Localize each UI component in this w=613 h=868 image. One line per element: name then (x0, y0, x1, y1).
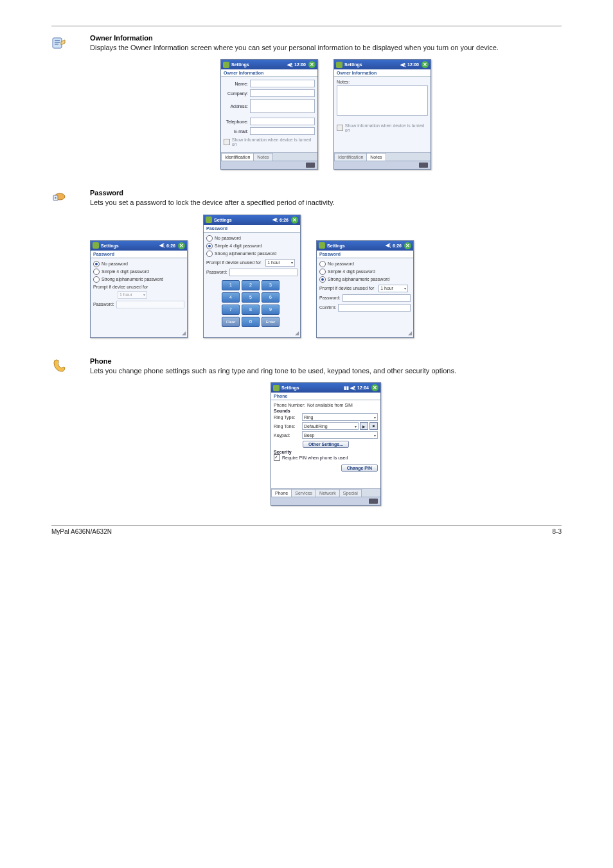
start-icon (93, 242, 99, 249)
radio-simple[interactable] (319, 269, 326, 275)
subtitle: Password (204, 225, 300, 233)
email-field[interactable] (250, 127, 315, 135)
keyboard-icon[interactable] (419, 163, 428, 168)
radio-simple[interactable] (206, 243, 213, 249)
telephone-field[interactable] (250, 118, 315, 125)
confirm-label: Confirm: (319, 305, 336, 310)
key-enter[interactable]: Enter (262, 317, 280, 327)
ok-button[interactable]: ✕ (404, 242, 411, 249)
tab-notes[interactable]: Notes (366, 153, 386, 161)
confirm-field[interactable] (338, 304, 411, 312)
ok-button[interactable]: ✕ (371, 384, 378, 391)
tab-services[interactable]: Services (291, 489, 316, 497)
radio-none[interactable] (206, 235, 213, 242)
svg-rect-0 (53, 38, 62, 48)
tab-notes[interactable]: Notes (253, 153, 272, 161)
tab-special[interactable]: Special (339, 489, 362, 497)
key-3[interactable]: 3 (262, 280, 280, 290)
subtitle: Owner Information (334, 69, 431, 77)
resize-grip: ◢ (408, 330, 412, 336)
password-desc: Lets you set a password to lock the devi… (90, 198, 562, 208)
radio-strong[interactable] (206, 251, 213, 257)
svg-rect-1 (55, 40, 60, 41)
pwd-field[interactable] (229, 269, 298, 276)
notes-field[interactable] (337, 85, 428, 116)
radio-none[interactable] (93, 261, 100, 267)
ringtone-label: Ring Tone: (274, 424, 302, 429)
prompt-drop: 1 hour▾ (118, 291, 147, 299)
play-button[interactable]: ▶ (360, 422, 368, 430)
other-settings-button[interactable]: Other Settings... (303, 441, 349, 448)
tab-network[interactable]: Network (315, 489, 340, 497)
tab-identification[interactable]: Identification (334, 153, 367, 161)
prompt-drop[interactable]: 1 hour▾ (265, 259, 295, 267)
start-icon (336, 62, 342, 68)
prompt-drop[interactable]: 1 hour▾ (378, 285, 408, 292)
pwd-label: Password: (93, 302, 114, 306)
subtitle: Password (91, 251, 187, 258)
radio-strong[interactable] (319, 276, 326, 283)
key-4[interactable]: 4 (222, 292, 240, 303)
pwd-label: Password: (206, 270, 227, 274)
radio-simple[interactable] (93, 269, 100, 275)
opt-strong: Strong alphanumeric password (328, 277, 390, 281)
ringtone-drop[interactable]: DefaultRing▾ (302, 422, 359, 430)
key-9[interactable]: 9 (262, 305, 280, 315)
email-label: E-mail: (224, 129, 248, 134)
key-0[interactable]: 0 (242, 317, 260, 327)
key-2[interactable]: 2 (242, 280, 260, 290)
start-icon (223, 62, 229, 68)
require-pin-checkbox[interactable]: ✓ (274, 454, 280, 461)
pwd-field[interactable] (342, 294, 411, 302)
phone-window: Settings ▮▮ ◀ξ 12:04 ✕ Phone Phone Numbe… (271, 382, 381, 506)
keyboard-icon[interactable] (306, 163, 315, 168)
keyboard-icon[interactable] (369, 499, 378, 504)
tab-phone[interactable]: Phone (271, 489, 292, 497)
opt-none: No password (102, 261, 128, 266)
ok-button[interactable]: ✕ (308, 61, 315, 68)
radio-strong[interactable] (93, 276, 100, 283)
sounds-header: Sounds (274, 409, 378, 413)
owner-id-window: Settings ◀ξ 12:00 ✕ Owner Information Na… (220, 59, 318, 170)
start-icon (273, 385, 280, 391)
clock: 6:26 (280, 218, 289, 222)
key-5[interactable]: 5 (242, 292, 260, 303)
show-info-checkbox[interactable] (224, 139, 230, 145)
address-field[interactable] (250, 99, 315, 113)
phone-desc: Lets you change phone settings such as r… (90, 366, 562, 376)
radio-none[interactable] (319, 261, 326, 267)
page-number: 8-3 (553, 528, 562, 535)
keypad-drop[interactable]: Beep▾ (302, 431, 378, 439)
opt-none: No password (328, 261, 354, 266)
key-8[interactable]: 8 (242, 305, 260, 315)
tab-identification[interactable]: Identification (221, 153, 254, 161)
clock: 6:26 (393, 244, 402, 248)
owner-desc: Displays the Owner Information screen wh… (90, 43, 562, 53)
address-label: Address: (224, 104, 248, 109)
show-info-label: Show information when device is turned o… (345, 123, 428, 132)
ringtype-drop[interactable]: Ring▾ (302, 413, 378, 421)
key-7[interactable]: 7 (222, 305, 240, 315)
stop-button[interactable]: ■ (369, 422, 378, 430)
prompt-label: Prompt if device unused for (206, 260, 261, 265)
key-1[interactable]: 1 (222, 280, 240, 290)
company-field[interactable] (250, 89, 315, 97)
owner-heading: Owner Information (90, 34, 562, 42)
owner-notes-window: Settings ◀ξ 12:00 ✕ Owner Information No… (333, 59, 431, 170)
svg-rect-3 (55, 44, 58, 45)
title: Settings (344, 62, 362, 67)
change-pin-button[interactable]: Change PIN (341, 465, 378, 472)
subtitle: Password (317, 251, 413, 258)
show-info-checkbox[interactable] (337, 125, 343, 131)
pw-strong-window: Settings ◀ξ 6:26 ✕ Password No password … (316, 240, 414, 338)
prompt-label: Prompt if device unused for (93, 285, 148, 289)
ok-button[interactable]: ✕ (291, 217, 298, 224)
name-field[interactable] (250, 80, 315, 87)
title: Settings (327, 244, 345, 248)
ok-button[interactable]: ✕ (178, 242, 185, 249)
signal-icon: ▮▮ ◀ξ (344, 385, 355, 391)
title: Settings (281, 385, 299, 390)
key-clear[interactable]: Clear (222, 317, 240, 327)
key-6[interactable]: 6 (262, 292, 280, 303)
ok-button[interactable]: ✕ (422, 61, 429, 68)
